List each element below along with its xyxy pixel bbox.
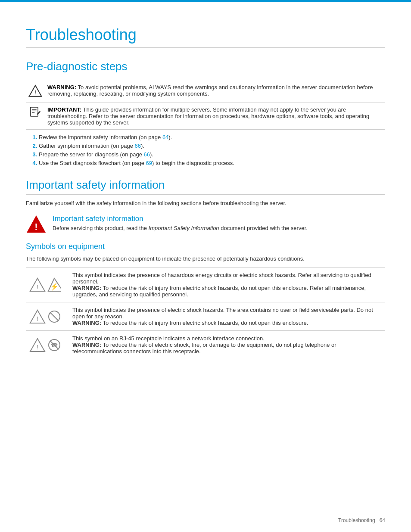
svg-line-17 [50, 312, 59, 321]
caution-content: Important safety information Before serv… [53, 215, 308, 231]
svg-text:!: ! [34, 221, 37, 232]
important-label: IMPORTANT: [47, 106, 81, 113]
warning-label: WARNING: [47, 84, 76, 90]
steps-list: Review the important safety information … [39, 134, 385, 166]
svg-rect-2 [31, 107, 38, 116]
footer-page-num: 64 [380, 517, 385, 523]
important-note-icon [29, 106, 41, 118]
caution-text-after: document provided with the server. [219, 225, 308, 231]
top-blue-line [0, 0, 411, 2]
sym-1-text: This symbol indicates the presence of ha… [72, 272, 371, 285]
triangle-icon-3: ! [29, 338, 46, 352]
step-4-link[interactable]: 69 [146, 160, 152, 166]
important-row: IMPORTANT: This guide provides informati… [26, 103, 385, 130]
symbol-text-1: This symbol indicates the presence of ha… [69, 268, 385, 302]
step-2-link[interactable]: 66 [135, 143, 141, 149]
footer-text: Troubleshooting [338, 517, 375, 523]
svg-text:!: ! [37, 344, 38, 351]
warning-text-cell: WARNING: To avoid potential problems, AL… [45, 81, 385, 103]
warning-triangle-icon: ! [28, 84, 42, 98]
sym-icons-2: ! [29, 309, 65, 324]
section-important-safety-title: Important safety information [26, 178, 385, 195]
step-3: Prepare the server for diagnosis (on pag… [39, 151, 385, 158]
footer: Troubleshooting 64 [338, 517, 385, 523]
lightning-icon: ⚡ [47, 277, 61, 292]
caution-body: Before servicing this product, read the … [53, 225, 308, 231]
step-1-link[interactable]: 64 [162, 134, 168, 140]
sym-icons-1: ! ⚡ [29, 277, 65, 292]
phone-cross-icon: ☎ [47, 338, 61, 352]
triangle-icon-2: ! [29, 309, 46, 324]
caution-box: ! Important safety information Before se… [26, 215, 385, 233]
important-icon-cell [26, 103, 45, 130]
warning-icon-cell: ! [26, 81, 45, 103]
symbol-text-2: This symbol indicates the presence of el… [69, 302, 385, 331]
symbol-icons-2: ! [26, 302, 69, 331]
svg-text:⚡: ⚡ [50, 283, 59, 291]
symbols-table: ! ⚡ This symbol indicates the presence o… [26, 267, 385, 359]
symbol-row-1: ! ⚡ This symbol indicates the presence o… [26, 268, 385, 302]
symbols-intro: The following symbols may be placed on e… [26, 255, 385, 263]
warning-body: To avoid potential problems, ALWAYS read… [47, 84, 373, 97]
caution-title: Important safety information [53, 215, 308, 223]
caution-text-before: Before servicing this product, read the [53, 225, 149, 231]
svg-text:!: ! [37, 283, 38, 290]
sym-2-text: This symbol indicates the presence of el… [72, 307, 373, 320]
sym-3-text: This symbol on an RJ-45 receptacle indic… [72, 335, 265, 342]
symbol-icons-1: ! ⚡ [26, 268, 69, 302]
svg-text:!: ! [37, 315, 38, 322]
sym-3-warning-label: WARNING: [72, 342, 101, 348]
svg-line-7 [37, 113, 37, 115]
important-body: This guide provides information for mult… [47, 106, 369, 126]
sym-2-warning-text: To reduce the risk of injury from electr… [103, 320, 308, 326]
sym-1-warning-text: To reduce the risk of injury from electr… [72, 285, 366, 298]
sym-icons-3: ! ☎ [29, 338, 65, 352]
caution-triangle-icon: ! [26, 215, 47, 233]
page-title: Troubleshooting [26, 26, 385, 48]
page-container: Troubleshooting Pre-diagnostic steps ! W… [0, 0, 411, 532]
warning-row: ! WARNING: To avoid potential problems, … [26, 81, 385, 103]
important-text-cell: IMPORTANT: This guide provides informati… [45, 103, 385, 130]
svg-text:!: ! [34, 89, 36, 96]
step-3-link[interactable]: 66 [144, 151, 150, 158]
safety-intro: Familiarize yourself with the safety inf… [26, 199, 385, 208]
notice-table: ! WARNING: To avoid potential problems, … [26, 81, 385, 130]
sym-2-warning-label: WARNING: [72, 320, 101, 326]
caution-icon-wrap: ! [26, 215, 47, 233]
symbol-row-2: ! This symbol indicates the presence of … [26, 302, 385, 331]
sym-1-warning-label: WARNING: [72, 285, 101, 291]
step-1: Review the important safety information … [39, 134, 385, 140]
section-pre-diagnostic-title: Pre-diagnostic steps [26, 60, 385, 76]
triangle-icon-1: ! [29, 277, 46, 292]
symbol-icons-3: ! ☎ [26, 331, 69, 359]
step-2: Gather symptom information (on page 66). [39, 143, 385, 149]
sym-3-warning-text: To reduce the risk of electric shock, fi… [72, 342, 336, 355]
symbol-text-3: This symbol on an RJ-45 receptacle indic… [69, 331, 385, 359]
no-circle-icon [47, 310, 61, 324]
symbol-row-3: ! ☎ This symbol on an RJ-45 receptacle i… [26, 331, 385, 359]
caution-italic: Important Safety Information [149, 225, 219, 231]
section-symbols-title: Symbols on equipment [26, 242, 385, 251]
step-4: Use the Start diagnosis flowchart (on pa… [39, 160, 385, 166]
